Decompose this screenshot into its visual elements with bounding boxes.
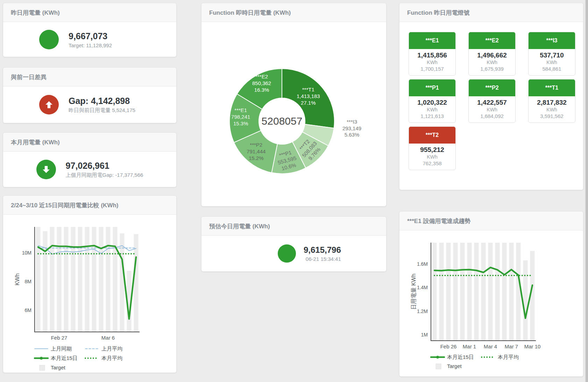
lamp-card-title: ***P2 [469,79,515,96]
comparison-line-chart[interactable]: 6M8M10MKWhFeb 27Mar 6上月同期上月平均本月近15日本月平均T… [14,222,164,373]
target-bar [467,243,472,341]
lamp-card-target: 1,121,613 [410,113,454,119]
panel-estimate-today: 預估今日用電量 (KWh) 9,615,796 06-21 15:34:41 [201,216,387,272]
svg-text:本月平均: 本月平均 [101,355,122,361]
day-gap-subtitle: 昨日與前日用電量 5,524,175 [69,107,140,114]
lamp-card-body: 1,020,322KWh1,121,613 [409,96,455,123]
target-bar [453,243,458,341]
lamp-card-value: 1,496,662 [470,51,514,59]
x-tick-label: Feb 26 [440,343,457,349]
target-bar [502,243,507,341]
yesterday-usage-value: 9,667,073 [69,31,140,41]
target-bar [64,227,69,332]
lamp-card-body: 537,710KWh584,861 [529,49,575,75]
target-bar [474,243,479,341]
panel-title: Function 昨日用電燈號 [399,3,583,22]
target-bar [99,227,104,332]
lamp-card-value: 1,422,557 [470,99,514,106]
target-bar [446,243,451,341]
target-bar [495,243,500,341]
yesterday-usage-target: Target: 11,128,992 [69,42,140,48]
target-bar [43,231,48,332]
target-bar [57,227,62,332]
lamp-card-body: 1,415,856KWh1,700,157 [409,49,455,75]
lamp-card-unit: KWh [470,60,514,65]
y-tick-label: 1.4M [417,285,428,290]
panel-title: 本月用電量 (KWh) [3,133,176,152]
panel-month-usage: 本月用電量 (KWh) 97,026,961 上個月同期用電Gap: -17,3… [3,132,177,187]
svg-text:本月平均: 本月平均 [498,354,519,360]
lamp-card-body: 955,212KWh762,358 [409,144,455,170]
lamp-card: ***E21,496,662KWh1,675,939 [468,32,516,76]
lamp-card-target: 762,358 [410,160,454,166]
y-axis-label: 日用電量 KWh [411,273,417,310]
svg-text:上月同期: 上月同期 [51,346,72,352]
e1-trend-line-chart[interactable]: 1M1.2M1.4M1.6M日用電量 KWhFeb 26Mar 1Mar 4Ma… [410,239,560,372]
lamp-card-body: 1,422,557KWh1,684,092 [469,96,515,123]
legend-item[interactable]: 本月近15日 [431,354,474,360]
target-bar [92,227,97,332]
panel-day-gap: 與前一日差異 Gap: 4,142,898 昨日與前日用電量 5,524,175 [3,67,177,123]
x-tick-label: Mar 4 [484,343,497,349]
panel-title: ***E1 設備用電達成趨勢 [399,211,583,230]
month-usage-gap: 上個月同期用電Gap: -17,377,566 [66,172,143,179]
target-bar [488,243,493,341]
target-bar [36,227,41,332]
target-bar [509,243,514,341]
lamp-card-unit: KWh [530,107,574,112]
panel-yesterday-usage: 昨日用電量 (KWh) 9,667,073 Target: 11,128,992 [3,3,177,57]
legend-item[interactable]: 本月平均 [482,354,519,360]
month-usage-value: 97,026,961 [66,160,143,171]
lamp-card-title: ***E1 [409,32,455,49]
legend-item[interactable]: 上月同期 [35,346,72,352]
panel-yesterday-lamp-status: Function 昨日用電燈號 ***E11,415,856KWh1,700,1… [399,3,583,190]
lamp-card-target: 3,591,562 [530,113,574,119]
y-tick-label: 1.6M [417,261,428,267]
day-gap-value: Gap: 4,142,898 [69,96,140,106]
x-tick-label: Mar 1 [463,343,476,349]
panel-title: 預估今日用電量 (KWh) [201,217,386,236]
estimate-timestamp: 06-21 15:34:41 [304,256,341,262]
y-tick-label: 8M [25,279,31,284]
legend-item[interactable]: Target [436,363,462,369]
green-down-arrow-icon [36,160,56,179]
y-axis-label: KWh [14,273,20,286]
lamp-card-value: 2,817,832 [530,99,574,106]
donut-slice-label: ***I3293,1495.63% [342,119,361,138]
svg-text:Target: Target [51,364,66,370]
legend-item[interactable]: 本月平均 [85,355,122,361]
target-bar [481,243,486,341]
legend-item[interactable]: 上月平均 [85,346,122,352]
lamp-card-value: 537,710 [530,51,574,59]
panel-title: Function 即時日用電量 (KWh) [201,3,386,22]
x-tick-label: Mar 10 [524,343,541,349]
lamp-card: ***E11,415,856KWh1,700,157 [409,32,456,76]
lamp-card-title: ***P1 [409,79,455,96]
lamp-card-target: 584,861 [530,66,574,72]
panel-title: 2/24~3/10 近15日同期用電量比較 (KWh) [3,196,176,215]
panel-title: 與前一日差異 [3,68,176,86]
panel-15day-comparison-chart: 2/24~3/10 近15日同期用電量比較 (KWh) 6M8M10MKWhFe… [3,195,177,373]
panel-title: 昨日用電量 (KWh) [3,3,176,22]
target-bar [113,227,118,332]
x-tick-label: Feb 27 [51,335,68,341]
target-bar [460,243,465,341]
lamp-card-body: 1,496,662KWh1,675,939 [469,49,515,75]
lamp-card: ***P21,422,557KWh1,684,092 [468,79,516,123]
target-bar [78,227,83,332]
scrollbar-thumb[interactable] [586,0,588,382]
target-bar [432,243,437,341]
y-tick-label: 1.2M [417,308,428,314]
lamp-card: ***I3537,710KWh584,861 [528,32,575,76]
legend-item[interactable]: Target [40,364,66,370]
lamp-card-value: 955,212 [410,146,454,154]
panel-e1-trend-chart: ***E1 設備用電達成趨勢 1M1.2M1.4M1.6M日用電量 KWhFeb… [399,211,583,377]
target-bar [523,261,528,341]
vertical-scrollbar[interactable] [585,0,588,382]
lamp-card: ***P11,020,322KWh1,121,613 [409,79,456,123]
lamp-card-title: ***T2 [409,127,455,144]
lamp-card-unit: KWh [410,107,454,112]
realtime-usage-donut-chart[interactable]: ***T11,413,18327.1%***I3293,1495.63%***T… [217,63,371,179]
target-bar [439,243,444,341]
legend-item[interactable]: 本月近15日 [35,355,78,361]
